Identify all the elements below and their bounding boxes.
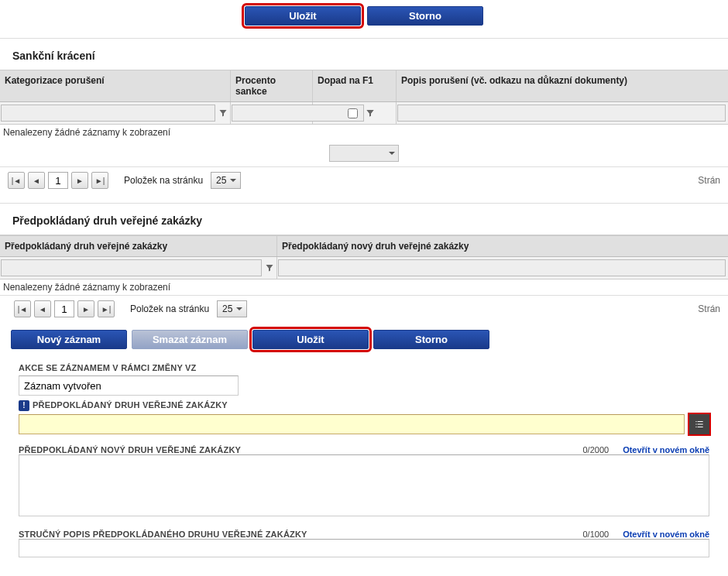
col-procento[interactable]: Procento sankce [231,70,313,101]
no-records-sanctions: Nenalezeny žádné záznamy k zobrazení [0,125,728,140]
filter-popis[interactable] [397,105,726,122]
label-akce: AKCE SE ZÁZNAMEM V RÁMCI ZMĚNY VZ [19,358,709,375]
input-akce[interactable] [19,375,239,396]
per-page-select[interactable]: 25 [217,300,247,317]
filter-icon[interactable] [263,259,276,276]
sub-toolbar-sanctions [0,140,728,166]
filter-druh[interactable] [1,259,262,276]
list-icon [694,419,705,430]
col-novy-druh[interactable]: Předpokládaný nový druh veřejné zakázky [277,236,728,256]
per-page-label: Položek na stránku [124,175,203,186]
per-page-label: Položek na stránku [130,303,209,314]
label-druh: !PŘEDPOKLÁDANÝ DRUH VEŘEJNÉ ZAKÁZKY [19,396,709,414]
no-records-druh: Nenalezeny žádné záznamy k zobrazení [0,279,728,295]
textarea-popis[interactable] [19,539,709,557]
page-first[interactable]: |◄ [14,300,31,317]
section-title-sanctions: Sankční krácení [0,39,728,70]
per-page-select[interactable]: 25 [211,172,241,189]
col-popis[interactable]: Popis porušení (vč. odkazu na důkazní do… [397,70,728,101]
section-title-druh: Předpokládaný druh veřejné zakázky [0,204,728,235]
page-last[interactable]: ►| [91,172,108,189]
filter-novy-druh[interactable] [278,259,726,276]
save-button[interactable]: Uložit [245,6,361,26]
save-button-2[interactable]: Uložit [252,330,369,349]
page-last[interactable]: ►| [98,300,115,317]
grid-filter-row-sanctions [0,102,728,125]
filter-dopad-checkbox[interactable] [348,108,358,118]
col-dopad[interactable]: Dopad na F1 [313,70,397,101]
col-kategorizace[interactable]: Kategorizace porušení [0,70,231,101]
delete-record-button[interactable]: Smazat záznam [132,330,248,349]
page-first[interactable]: |◄ [8,172,25,189]
page-prev[interactable]: ◄ [34,300,51,317]
page-prev[interactable]: ◄ [28,172,45,189]
filter-icon[interactable] [217,105,229,122]
record-action-bar: Nový záznam Smazat záznam Uložit Storno [0,322,728,355]
grid-header-sanctions: Kategorizace porušení Procento sankce Do… [0,70,728,102]
open-new-window-link[interactable]: Otevřít v novém okně [623,445,709,454]
form-area: AKCE SE ZÁZNAMEM V RÁMCI ZMĚNY VZ !PŘEDP… [0,355,728,567]
page-right-text: Strán [698,175,720,186]
page-input[interactable] [48,172,68,189]
col-druh[interactable]: Předpokládaný druh veřejné zakázky [0,236,277,256]
grid-action-dropdown[interactable] [329,145,399,162]
pager-sanctions: |◄ ◄ ► ►| Položek na stránku 25 Strán [0,166,728,194]
required-icon: ! [19,400,29,411]
grid-header-druh: Předpokládaný druh veřejné zakázky Předp… [0,235,728,257]
label-popis: STRUČNÝ POPIS PŘEDPOKLÁDANÉHO DRUHU VEŘE… [19,530,307,539]
cancel-button-2[interactable]: Storno [373,330,489,349]
pager-druh: |◄ ◄ ► ►| Položek na stránku 25 Strán [0,295,728,322]
open-new-window-link-2[interactable]: Otevřít v novém okně [623,530,709,539]
new-record-button[interactable]: Nový záznam [11,330,127,349]
grid-filter-row-druh [0,257,728,279]
lookup-druh [19,414,709,434]
page-next[interactable]: ► [77,300,94,317]
label-druh-text: PŘEDPOKLÁDANÝ DRUH VEŘEJNÉ ZAKÁZKY [33,400,228,410]
page-right-text: Strán [698,303,720,314]
counter-novy-druh: 0/2000 [582,445,609,454]
filter-kategorizace[interactable] [1,105,215,122]
counter-popis: 0/1000 [582,530,609,539]
lookup-button[interactable] [689,414,709,434]
page-next[interactable]: ► [71,172,88,189]
filter-icon[interactable] [364,105,376,122]
page-input[interactable] [54,300,74,317]
label-novy-druh: PŘEDPOKLÁDANÝ NOVÝ DRUH VEŘEJNÉ ZAKÁZKY [19,445,241,454]
input-druh[interactable] [19,414,685,434]
cancel-button[interactable]: Storno [367,6,483,26]
top-button-bar: Uložit Storno [0,0,728,39]
textarea-novy-druh[interactable] [19,454,709,516]
